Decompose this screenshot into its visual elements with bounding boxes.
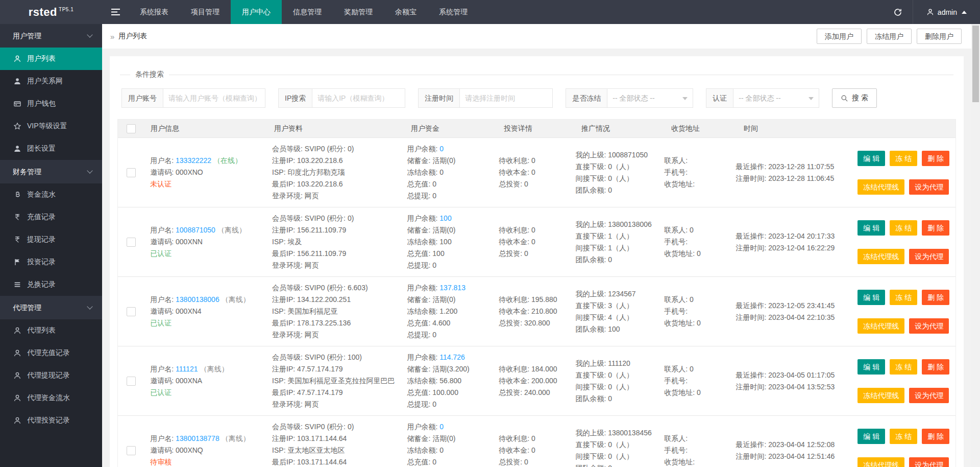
hamburger-menu-icon[interactable]	[102, 0, 129, 24]
sidebar-item[interactable]: 代理列表	[0, 319, 102, 342]
sidebar-item[interactable]: 代理充值记录	[0, 342, 102, 364]
username-link[interactable]: 133322222	[176, 156, 211, 165]
delete-button[interactable]: 删 除	[922, 429, 949, 444]
nav-item[interactable]: 奖励管理	[333, 0, 384, 24]
sidebar-item[interactable]: 提现记录	[0, 228, 102, 251]
sidebar-group-title[interactable]: 财务管理	[0, 160, 102, 183]
edit-button[interactable]: 编 辑	[857, 151, 885, 166]
sidebar-group-title[interactable]: 代理管理	[0, 296, 102, 319]
col-promo: 推广情况	[575, 124, 665, 133]
topbar-right: admin	[883, 0, 980, 24]
freeze-agent-line-button[interactable]: 冻结代理线	[857, 179, 904, 195]
member-level: SVIP0 (积分: 0)	[305, 214, 354, 222]
delete-user-button[interactable]: 删除用户	[917, 29, 962, 44]
row-checkbox[interactable]	[127, 307, 136, 316]
delete-button[interactable]: 删 除	[922, 359, 949, 375]
delete-button[interactable]: 删 除	[922, 220, 949, 236]
set-agent-button[interactable]: 设为代理	[909, 457, 949, 467]
last-operation-time: 2023-12-28 11:07:55	[768, 162, 834, 171]
set-agent-button[interactable]: 设为代理	[909, 318, 949, 334]
nav-item[interactable]: 系统报表	[129, 0, 180, 24]
nav-item[interactable]: 系统管理	[428, 0, 479, 24]
sidebar-item[interactable]: 资金流水	[0, 183, 102, 206]
nav-item[interactable]: 项目管理	[180, 0, 231, 24]
set-agent-button[interactable]: 设为代理	[909, 179, 949, 195]
row-actions: 编 辑 冻 结 删 除 冻结代理线 设为代理	[854, 429, 949, 467]
sidebar-item[interactable]: 用户关系网	[0, 70, 102, 92]
freeze-button[interactable]: 冻 结	[890, 220, 917, 236]
edit-button[interactable]: 编 辑	[857, 359, 885, 375]
set-agent-button[interactable]: 设为代理	[909, 388, 949, 403]
username-link[interactable]: 1008871050	[176, 226, 215, 234]
register-time: 2023-12-04 16:22:29	[768, 244, 835, 252]
edit-button[interactable]: 编 辑	[857, 429, 885, 444]
register-ip: 156.211.109.79	[297, 226, 346, 234]
edit-button[interactable]: 编 辑	[857, 290, 885, 305]
col-address: 收货地址	[665, 124, 738, 133]
row-checkbox[interactable]	[127, 446, 136, 455]
freeze-agent-line-button[interactable]: 冻结代理线	[857, 318, 904, 334]
scrollbar-thumb[interactable]	[972, 26, 979, 102]
username-link[interactable]: 111121	[176, 365, 198, 373]
funds-cell: 用户余额: 114.726 储蓄金: 活期(3.200) 冻结余额: 56.80…	[401, 352, 493, 410]
online-status: （离线）	[200, 365, 229, 373]
freeze-user-button[interactable]: 冻结用户	[867, 29, 912, 44]
freeze-button[interactable]: 冻 结	[890, 359, 917, 375]
nav-item[interactable]: 信息管理	[282, 0, 333, 24]
last-ip: 178.173.225.136	[297, 319, 351, 327]
delete-button[interactable]: 删 除	[922, 290, 949, 305]
sidebar-item[interactable]: 投资记录	[0, 251, 102, 273]
freeze-agent-line-button[interactable]: 冻结代理线	[857, 388, 904, 403]
col-invest: 投资详情	[498, 124, 575, 133]
search-select[interactable]: -- 全部状态 --	[607, 88, 693, 108]
row-checkbox[interactable]	[127, 168, 136, 177]
sidebar-item[interactable]: 用户钱包	[0, 92, 102, 115]
set-agent-button[interactable]: 设为代理	[909, 249, 949, 264]
user-balance: 100	[439, 214, 451, 222]
sidebar-item[interactable]: 充值记录	[0, 206, 102, 228]
delete-button[interactable]: 删 除	[922, 151, 949, 166]
table-header: 用户信息 用户资料 用户资金 投资详情 推广情况 收货地址 时间	[118, 120, 955, 138]
refresh-icon[interactable]	[883, 0, 913, 24]
sidebar-item[interactable]: 代理提现记录	[0, 364, 102, 387]
sidebar-item[interactable]: 代理资金流水	[0, 387, 102, 409]
search-legend: 条件搜索	[130, 70, 169, 79]
sidebar-item[interactable]: 代理投资记录	[0, 409, 102, 432]
user-info-cell: 用户名: 133322222（在线） 邀请码: 000XNO 未认证	[144, 155, 266, 190]
parent-user: 13800138006	[608, 220, 652, 228]
search-input[interactable]	[460, 88, 553, 108]
search-button[interactable]: 搜 索	[832, 88, 877, 108]
sidebar-item[interactable]: 用户列表	[0, 48, 102, 70]
search-input[interactable]	[163, 88, 265, 108]
admin-menu[interactable]: admin	[913, 0, 980, 24]
edit-button[interactable]: 编 辑	[857, 220, 885, 236]
sidebar-item[interactable]: 团长设置	[0, 137, 102, 160]
register-ip: 134.122.200.251	[297, 295, 351, 303]
sidebar-group: 财务管理 资金流水 充值记录 提现记录 投资记录 兑换记录	[0, 160, 102, 296]
sidebar-item[interactable]: VIP等级设置	[0, 115, 102, 137]
freeze-button[interactable]: 冻 结	[890, 151, 917, 166]
sidebar-group-title[interactable]: 用户管理	[0, 24, 102, 48]
freeze-button[interactable]: 冻 结	[890, 290, 917, 305]
table-row: 用户名: 13800138006（离线） 邀请码: 000XN4 已认证 会员等…	[118, 277, 955, 346]
freeze-agent-line-button[interactable]: 冻结代理线	[857, 457, 904, 467]
row-checkbox[interactable]	[127, 377, 136, 386]
row-checkbox[interactable]	[127, 238, 136, 247]
page-header: » 用户列表 添加用户 冻结用户 删除用户	[102, 24, 980, 49]
last-operation-time: 2023-12-05 23:41:45	[768, 301, 835, 310]
nav-item[interactable]: 用户中心	[231, 0, 282, 24]
search-input[interactable]	[312, 88, 405, 108]
sidebar-item[interactable]: 兑换记录	[0, 273, 102, 296]
freeze-button[interactable]: 冻 结	[890, 429, 917, 444]
login-env: 网页	[305, 192, 319, 200]
username-link[interactable]: 13800138778	[176, 434, 219, 442]
isp: 埃及	[287, 238, 302, 246]
add-user-button[interactable]: 添加用户	[817, 29, 862, 44]
search-select[interactable]: -- 全部状态 --	[733, 88, 819, 108]
nav-item[interactable]: 余额宝	[384, 0, 428, 24]
username-link[interactable]: 13800138006	[176, 295, 219, 303]
freeze-agent-line-button[interactable]: 冻结代理线	[857, 249, 904, 264]
register-ip: 103.220.218.6	[297, 156, 343, 165]
select-all-checkbox[interactable]	[127, 124, 136, 133]
search-select-group: 是否冻结 -- 全部状态 --	[566, 88, 693, 108]
